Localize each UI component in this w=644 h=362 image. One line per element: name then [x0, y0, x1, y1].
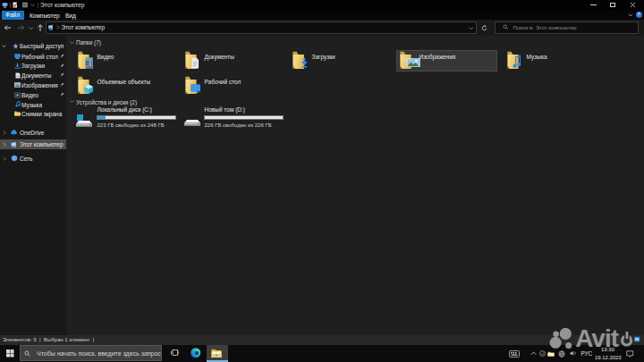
svg-text:Avit: Avit [575, 324, 619, 352]
